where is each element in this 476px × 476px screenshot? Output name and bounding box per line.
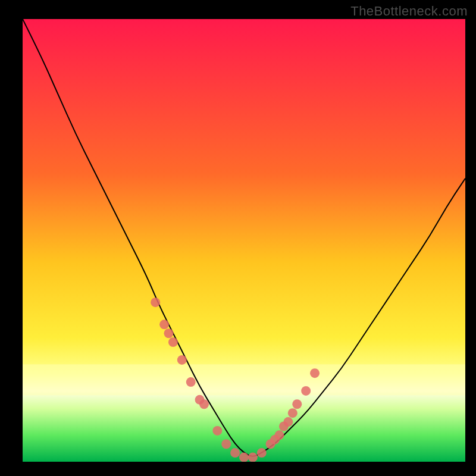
marker-point: [301, 386, 311, 396]
marker-point: [151, 298, 160, 307]
marker-point: [230, 448, 240, 458]
frame: [0, 462, 476, 476]
marker-point: [275, 430, 284, 440]
marker-point: [310, 368, 320, 378]
bottleneck-chart: [0, 0, 476, 476]
marker-point: [292, 399, 302, 409]
marker-point: [199, 399, 209, 409]
marker-point: [159, 320, 169, 329]
frame: [465, 0, 476, 476]
marker-point: [283, 417, 293, 427]
marker-point: [248, 453, 258, 462]
marker-point: [257, 448, 267, 458]
marker-point: [164, 328, 174, 338]
frame: [0, 0, 23, 476]
marker-point: [221, 439, 231, 449]
marker-point: [177, 355, 187, 365]
chart-stage: TheBottleneck.com: [0, 0, 476, 476]
pale-band: [23, 364, 465, 395]
marker-point: [239, 453, 249, 462]
marker-point: [168, 337, 178, 347]
watermark-text: TheBottleneck.com: [350, 4, 468, 19]
marker-point: [212, 426, 222, 436]
marker-point: [288, 408, 298, 418]
marker-point: [186, 377, 196, 387]
